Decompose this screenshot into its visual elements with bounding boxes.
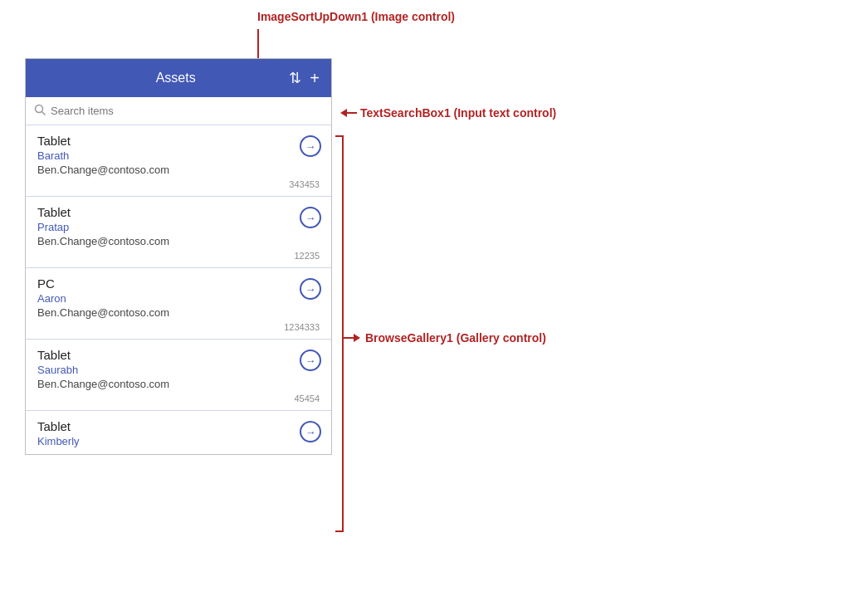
gallery-arrow-head: [354, 334, 360, 342]
gallery-arrow-line: [344, 337, 354, 339]
search-annotation-label: TextSearchBox1 (Input text control): [360, 106, 556, 120]
item-number: 12235: [37, 251, 320, 261]
item-name: Kimberly: [37, 435, 320, 447]
search-box: [26, 97, 331, 125]
gallery-bracket: [335, 135, 344, 532]
item-arrow-button[interactable]: →: [300, 207, 321, 228]
search-arrow-head: [340, 109, 347, 117]
item-title: Tablet: [37, 419, 320, 433]
item-arrow-button[interactable]: →: [300, 278, 321, 300]
gallery-item[interactable]: Tablet Kimberly →: [26, 411, 331, 454]
add-icon[interactable]: +: [310, 69, 320, 88]
item-name: Saurabh: [37, 364, 320, 376]
assets-panel: Assets ⇅ + Tablet Barath Ben.Change@cont…: [25, 58, 332, 455]
sort-annotation-label: ImageSortUpDown1 (Image control): [257, 10, 455, 23]
item-title: PC: [37, 276, 320, 291]
item-name: Barath: [37, 149, 320, 162]
item-email: Ben.Change@contoso.com: [37, 306, 320, 319]
item-email: Ben.Change@contoso.com: [37, 378, 320, 390]
svg-line-1: [42, 112, 46, 115]
item-number: 343453: [37, 179, 320, 189]
item-email: Ben.Change@contoso.com: [37, 235, 320, 247]
sort-arrow-line: [257, 29, 259, 61]
browse-gallery: Tablet Barath Ben.Change@contoso.com 343…: [26, 125, 331, 454]
panel-title: Assets: [62, 71, 289, 86]
gallery-item[interactable]: Tablet Barath Ben.Change@contoso.com 343…: [26, 125, 331, 197]
search-arrow-line: [347, 112, 357, 114]
item-arrow-button[interactable]: →: [300, 135, 321, 157]
search-icon: [34, 104, 46, 118]
search-input[interactable]: [51, 105, 323, 117]
item-title: Tablet: [37, 205, 320, 219]
item-title: Tablet: [37, 134, 320, 148]
item-name: Pratap: [37, 221, 320, 233]
gallery-annotation-label: BrowseGallery1 (Gallery control): [365, 331, 546, 345]
item-email: Ben.Change@contoso.com: [37, 164, 320, 176]
item-name: Aaron: [37, 292, 320, 305]
item-number: 45454: [37, 394, 320, 403]
search-annotation: TextSearchBox1 (Input text control): [340, 106, 556, 120]
gallery-item[interactable]: Tablet Saurabh Ben.Change@contoso.com 45…: [26, 340, 331, 411]
gallery-item[interactable]: PC Aaron Ben.Change@contoso.com 1234333 …: [26, 268, 331, 340]
gallery-annotation: BrowseGallery1 (Gallery control): [344, 331, 546, 345]
panel-header: Assets ⇅ +: [26, 59, 331, 97]
item-arrow-button[interactable]: →: [300, 350, 321, 371]
item-number: 1234333: [37, 322, 320, 332]
item-arrow-button[interactable]: →: [300, 421, 321, 442]
gallery-item[interactable]: Tablet Pratap Ben.Change@contoso.com 122…: [26, 197, 331, 268]
sort-icon[interactable]: ⇅: [289, 69, 301, 87]
item-title: Tablet: [37, 348, 320, 362]
